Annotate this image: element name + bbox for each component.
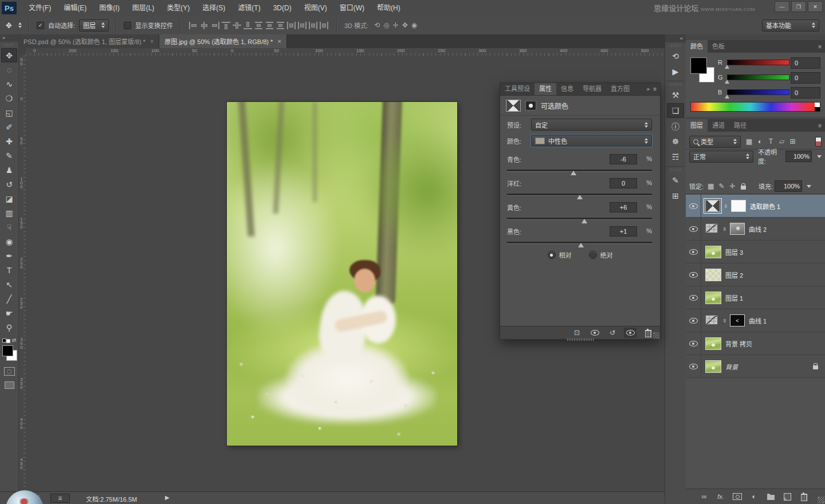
brush-tool[interactable]: ✎ xyxy=(1,148,17,163)
slider-thumb[interactable] xyxy=(577,195,583,199)
document-tab-2[interactable]: 原图.jpg @ 50% (选取颜色 1, RGB/8) *× xyxy=(159,34,286,48)
default-colors-icon[interactable]: ⇄ xyxy=(0,337,18,343)
channel-slider[interactable] xyxy=(727,74,789,80)
quick-mask-icon[interactable] xyxy=(4,367,15,376)
layer-filter-dropdown[interactable]: 类型 xyxy=(689,136,741,148)
new-adjustment-layer-icon[interactable]: ◐ xyxy=(748,491,760,502)
filter-smart-objects-icon[interactable]: ⊞ xyxy=(787,136,798,147)
filter-type-layers-icon[interactable]: T xyxy=(765,136,776,147)
path-selection-tool[interactable]: ↖ xyxy=(1,277,17,292)
vertical-ruler[interactable]: 50050100150200250300350400450 xyxy=(18,56,26,487)
channel-value-field[interactable]: 0 xyxy=(791,72,820,84)
menu-item-8[interactable]: 3D(D) xyxy=(267,0,298,16)
properties-tab-5[interactable]: 直方图 xyxy=(606,83,634,95)
toolbar-grip[interactable] xyxy=(4,44,14,46)
channel-value-field[interactable]: 0 xyxy=(791,87,820,99)
slider-value-field[interactable]: +6 xyxy=(610,202,637,212)
layer-name[interactable]: 图层 3 xyxy=(725,247,743,257)
layer-visibility-toggle[interactable] xyxy=(686,241,701,263)
layer-row-5[interactable]: 图层 1 xyxy=(686,286,825,309)
horizontal-ruler[interactable]: 0200150100500501001502002503003504004505… xyxy=(26,48,665,56)
layer-row-4[interactable]: 图层 2 xyxy=(686,263,825,286)
preset-dropdown[interactable]: 自定 xyxy=(531,119,652,131)
delete-adjustment-icon[interactable] xyxy=(642,328,654,338)
swap-colors-icon[interactable]: ⇄ xyxy=(12,337,17,343)
chevron-down-icon[interactable] xyxy=(807,185,811,188)
layers-panel-tab-2[interactable]: 通道 xyxy=(708,119,729,132)
radio-relative[interactable]: 相对 xyxy=(548,250,572,259)
new-group-icon[interactable] xyxy=(764,491,777,502)
auto-select-checkbox[interactable]: ✓ xyxy=(37,22,44,29)
3d-pan-icon[interactable]: ✛ xyxy=(393,21,399,29)
properties-tab-1[interactable]: 工具预设 xyxy=(500,83,535,95)
navigator-panel-icon[interactable]: ☸ xyxy=(667,134,684,149)
layer-row-2[interactable]: ∞曲线 2 xyxy=(686,218,825,241)
layer-visibility-toggle[interactable] xyxy=(686,218,701,240)
opacity-field[interactable]: 100% xyxy=(785,151,812,162)
screen-mode-icon[interactable] xyxy=(5,381,14,389)
color-panel-tab-2[interactable]: 色板 xyxy=(708,40,729,53)
panel-menu-icon[interactable]: ≡ xyxy=(818,44,822,50)
layer-name[interactable]: 图层 1 xyxy=(725,293,743,302)
toolbar-collapse-icon[interactable]: » xyxy=(0,34,18,42)
restore-button[interactable]: ❐ xyxy=(791,1,806,12)
layer-name[interactable]: 背景 xyxy=(725,362,738,371)
info-panel-icon[interactable]: ⓘ xyxy=(667,119,684,133)
menu-item-5[interactable]: 类型(Y) xyxy=(160,0,196,16)
radio-absolute[interactable]: 绝对 xyxy=(589,250,613,259)
selective-color-thumbnail[interactable] xyxy=(705,200,720,212)
properties-tab-3[interactable]: 信息 xyxy=(556,83,578,95)
color-dropdown[interactable]: 中性色 xyxy=(531,135,652,147)
tool-preset-caret-icon[interactable] xyxy=(18,22,22,28)
dock-grip[interactable] xyxy=(670,168,681,171)
tab-close-icon[interactable]: × xyxy=(277,38,281,45)
status-expand-icon[interactable]: ▶ xyxy=(165,494,170,501)
black-swatch[interactable] xyxy=(815,107,820,111)
align-hcenter-icon[interactable] xyxy=(200,22,209,29)
lock-position-icon[interactable]: ✛ xyxy=(727,181,738,191)
properties-tab-2[interactable]: 属性 xyxy=(535,83,556,95)
crop-tool[interactable]: ◱ xyxy=(1,105,17,120)
3d-slide-icon[interactable]: ✥ xyxy=(402,21,408,29)
layer-visibility-toggle[interactable] xyxy=(686,286,701,309)
brush-presets-panel-icon[interactable]: ✎ xyxy=(667,173,684,188)
dock-grip[interactable] xyxy=(670,83,681,86)
menu-item-9[interactable]: 视图(V) xyxy=(298,0,333,16)
slider-value-field[interactable]: 0 xyxy=(610,178,637,188)
gradient-tool[interactable]: ▥ xyxy=(1,206,17,220)
lasso-tool[interactable]: ∿ xyxy=(1,77,17,91)
document-tab-1[interactable]: PSD.psd @ 50% (选取颜色 1, 图层蒙版/8) *× xyxy=(18,34,159,48)
layer-name[interactable]: 背景 拷贝 xyxy=(725,339,752,348)
3d-orbit-icon[interactable]: ⟲ xyxy=(374,21,380,29)
radio-dot-icon[interactable] xyxy=(548,251,556,259)
layer-name[interactable]: 曲线 1 xyxy=(749,316,767,325)
layer-thumbnail[interactable] xyxy=(705,292,721,304)
menu-item-2[interactable]: 编辑(E) xyxy=(57,0,93,16)
slider-thumb[interactable] xyxy=(582,219,587,223)
3d-roll-icon[interactable]: ◎ xyxy=(383,21,389,29)
close-button[interactable]: ✕ xyxy=(808,1,823,12)
layer-filter-toggle[interactable] xyxy=(815,137,822,147)
layer-thumbnail[interactable] xyxy=(705,269,721,281)
filter-pixel-layers-icon[interactable]: ▦ xyxy=(744,136,755,147)
3d-camera-icon[interactable]: ◉ xyxy=(411,21,417,29)
distribute-top-icon[interactable] xyxy=(254,22,263,29)
align-left-icon[interactable] xyxy=(189,22,198,29)
slider-value-field[interactable]: +1 xyxy=(610,226,637,237)
auto-select-dropdown[interactable]: 图层 xyxy=(79,19,109,32)
menu-item-7[interactable]: 滤镜(T) xyxy=(231,0,266,16)
layer-name[interactable]: 选取颜色 1 xyxy=(750,202,780,211)
menu-item-6[interactable]: 选择(S) xyxy=(196,0,231,16)
channel-thumb[interactable] xyxy=(725,65,729,69)
panel-menu-icon[interactable]: ≡ xyxy=(818,123,822,129)
filter-adjustment-layers-icon[interactable]: ◐ xyxy=(755,136,765,147)
filter-shape-layers-icon[interactable]: ▱ xyxy=(776,136,787,147)
smudge-tool[interactable]: ☟ xyxy=(1,220,17,234)
layer-row-8[interactable]: 背景 xyxy=(686,355,825,378)
layers-panel-tab-1[interactable]: 图层 xyxy=(686,119,708,132)
layer-mask-thumbnail[interactable] xyxy=(731,200,746,212)
minimize-button[interactable]: — xyxy=(775,1,789,12)
hand-tool[interactable]: ☛ xyxy=(1,306,17,320)
layer-visibility-toggle[interactable] xyxy=(686,332,701,355)
foreground-color-swatch[interactable] xyxy=(2,345,13,356)
